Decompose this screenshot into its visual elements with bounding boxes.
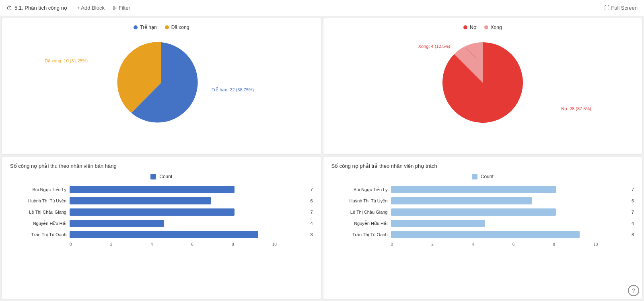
topbar: ⏱ 5.1. Phân tích công nợ + Add Block ⊱ F… xyxy=(0,0,644,16)
bar-row: Trần Thị Tú Oanh 8 xyxy=(10,231,313,238)
bar2-title: Số công nợ phải trả theo nhân viên phụ t… xyxy=(331,163,634,169)
bar-row: Bùi Ngọc Tiểu Ly 7 xyxy=(331,186,634,193)
pie-chart-2-card: Nợ Xong Nợ: 28 (87.5%) Xong: 4 (1 xyxy=(323,18,643,155)
bar-row: Lê Thị Châu Giang 7 xyxy=(10,208,313,216)
bar2-legend-label: Count xyxy=(481,174,494,179)
x-tick: 6 xyxy=(512,242,553,247)
pie2-legend-no: Nợ xyxy=(463,25,476,30)
bar-row-label: Nguyễn Hữu Hải xyxy=(10,221,66,226)
bar1-legend-label: Count xyxy=(159,174,172,179)
filter-icon: ⊱ xyxy=(113,5,117,11)
bar-row-track xyxy=(70,186,305,193)
pie1-legend-dot-tre-han xyxy=(134,25,138,29)
bar-row-track xyxy=(391,186,627,193)
bar-row-label: Bùi Ngọc Tiểu Ly xyxy=(10,187,66,192)
bar-row-fill xyxy=(70,208,235,216)
bar1-legend-rect xyxy=(150,174,156,179)
x-tick: 4 xyxy=(472,242,512,247)
bar-row-label: Trần Thị Tú Oanh xyxy=(10,232,66,237)
pie-chart-1-card: Trễ hạn Đã xong Trễ hạn: 22 (68.75%) xyxy=(2,18,321,155)
help-button[interactable]: ? xyxy=(628,285,639,296)
bar-row-value: 7 xyxy=(310,187,313,192)
page-title: ⏱ 5.1. Phân tích công nợ xyxy=(6,5,67,11)
pie1-legend-tre-han: Trễ hạn xyxy=(134,25,157,30)
bar-row: Bùi Ngọc Tiểu Ly 7 xyxy=(10,186,313,193)
bar-row: Nguyễn Hữu Hải 4 xyxy=(331,220,634,227)
clock-icon: ⏱ xyxy=(6,5,12,11)
x-tick: 6 xyxy=(191,242,232,247)
bar-chart-2-card: Số công nợ phải trả theo nhân viên phụ t… xyxy=(323,156,643,299)
pie2-legend-dot-xong xyxy=(484,25,488,29)
pie2-svg xyxy=(434,34,531,131)
bar2-legend: Count xyxy=(331,174,634,179)
bar-row-fill xyxy=(391,220,486,227)
bar-row-fill xyxy=(70,197,211,204)
bar-row-fill xyxy=(391,186,556,193)
bar-chart-1-card: Số công nợ phải thu theo nhân viên bán h… xyxy=(2,156,321,299)
bar-row-value: 4 xyxy=(632,221,634,226)
fullscreen-button[interactable]: ⛶ Full Screen xyxy=(604,5,638,11)
add-block-button[interactable]: + Add Block xyxy=(77,5,105,11)
pie1-svg xyxy=(113,34,210,131)
x-tick: 8 xyxy=(553,242,594,247)
bar-row-value: 7 xyxy=(632,187,634,192)
bar-row: Huỳnh Thị Tú Uyên 6 xyxy=(331,197,634,204)
bar-row-value: 8 xyxy=(310,232,313,237)
filter-button[interactable]: ⊱ Filter xyxy=(113,5,130,11)
bar1-title: Số công nợ phải thu theo nhân viên bán h… xyxy=(10,163,313,169)
bar-row: Huỳnh Thị Tú Uyên 6 xyxy=(10,197,313,204)
pie1-chart: Trễ hạn: 22 (68.75%) Đã xong: 10 (31.25%… xyxy=(93,34,230,131)
bar-row: Nguyễn Hữu Hải 4 xyxy=(10,220,313,227)
bar-row-track xyxy=(391,208,627,216)
dashboard: Trễ hạn Đã xong Trễ hạn: 22 (68.75%) xyxy=(0,16,644,301)
bar-row-label: Bùi Ngọc Tiểu Ly xyxy=(331,187,388,192)
bar-row-track xyxy=(70,231,305,238)
pie1-legend-dot-da-xong xyxy=(165,25,169,29)
topbar-actions: + Add Block ⊱ Filter xyxy=(77,5,130,11)
pie1-label-tre-han: Trễ hạn: 22 (68.75%) xyxy=(212,87,254,93)
x-tick: 10 xyxy=(593,242,634,247)
pie1-legend-label-tre-han: Trễ hạn xyxy=(140,25,157,30)
bar-row-value: 7 xyxy=(632,210,634,214)
pie2-label-xong: Xong: 4 (12.5%) xyxy=(418,44,451,49)
bar-row-fill xyxy=(70,231,258,238)
pie2-legend: Nợ Xong xyxy=(463,25,502,30)
bar-row-label: Lê Thị Châu Giang xyxy=(331,210,388,215)
x-tick: 4 xyxy=(151,242,191,247)
pie1-legend-label-da-xong: Đã xong xyxy=(171,25,189,30)
bar-row-value: 8 xyxy=(632,232,634,237)
pie1-legend: Trễ hạn Đã xong xyxy=(134,25,189,30)
bar2-chart-area: Bùi Ngọc Tiểu Ly 7 Huỳnh Thị Tú Uyên 6 L… xyxy=(331,186,634,238)
x-tick: 10 xyxy=(272,242,313,247)
x-tick: 2 xyxy=(110,242,151,247)
pie1-label-da-xong: Đã xong: 10 (31.25%) xyxy=(45,58,88,63)
bar-row: Lê Thị Châu Giang 7 xyxy=(331,208,634,216)
bar-row-track xyxy=(70,197,305,204)
pie2-legend-dot-no xyxy=(463,25,467,29)
bar-row-label: Huỳnh Thị Tú Uyên xyxy=(331,198,388,204)
pie2-legend-xong: Xong xyxy=(484,25,502,30)
bar-row-fill xyxy=(391,197,533,204)
x-tick: 0 xyxy=(391,242,432,247)
bar-row-label: Lê Thị Châu Giang xyxy=(10,210,66,215)
bar2-x-axis: 0246810 xyxy=(391,242,634,247)
bar-row-track xyxy=(391,220,627,227)
pie1-legend-da-xong: Đã xong xyxy=(165,25,189,30)
bar-row-label: Nguyễn Hữu Hải xyxy=(331,221,388,226)
x-tick: 8 xyxy=(232,242,272,247)
pie2-legend-label-no: Nợ xyxy=(470,25,476,30)
fullscreen-icon: ⛶ xyxy=(604,5,609,11)
bar-row-track xyxy=(391,231,627,238)
bar2-legend-rect xyxy=(472,174,477,179)
bar-row-label: Huỳnh Thị Tú Uyên xyxy=(10,198,66,204)
bar-row-fill xyxy=(391,231,580,238)
bar-row-value: 6 xyxy=(632,198,634,203)
bar-row-value: 7 xyxy=(310,210,313,214)
pie2-legend-label-xong: Xong xyxy=(491,25,502,30)
bar-row-fill xyxy=(70,220,164,227)
x-tick: 2 xyxy=(431,242,472,247)
x-tick: 0 xyxy=(70,242,110,247)
bar-row: Trần Thị Tú Oanh 8 xyxy=(331,231,634,238)
pie2-chart: Nợ: 28 (87.5%) Xong: 4 (12.5%) xyxy=(414,34,551,131)
bar1-x-axis: 0246810 xyxy=(70,242,313,247)
